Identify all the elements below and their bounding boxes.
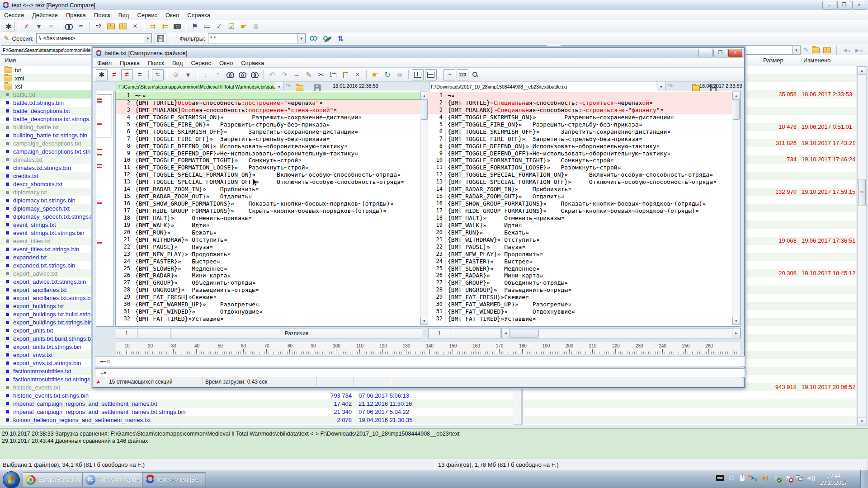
file-row[interactable]: imperial_campaign_regions_and_settlement…	[0, 399, 520, 408]
taskbar-button[interactable]: text <--> text [Be...	[142, 472, 206, 487]
copy-icon[interactable]	[328, 70, 339, 80]
line-numbers-icon[interactable]: 123	[457, 69, 468, 80]
show-differences-icon[interactable]: ≠	[21, 21, 32, 32]
text-line[interactable]: 32 {BMT_FAT_TIRED}»Уставшие¤	[428, 315, 741, 323]
scroll-thumb[interactable]	[858, 179, 866, 206]
back-arrow-icon[interactable]: ◄▾	[842, 47, 850, 54]
right-pane-scrollbar[interactable]: ▲ ▼	[732, 91, 741, 325]
text-line[interactable]: 30 {BMT_FAT_WARMED_UP}» Разогретые¤	[116, 301, 429, 308]
text-line[interactable]: 5 {BMT_TOGGLE_FIRE_ON}» Разрешить~стрель…	[428, 121, 741, 128]
menu-item[interactable]: Окно	[161, 10, 183, 20]
scroll-up-icon[interactable]: ▲	[732, 92, 740, 100]
text-line[interactable]: 8 {BMT_TOGGLE_DEFEND_ON}» Использовать~о…	[116, 143, 429, 150]
right-path-dropdown-icon[interactable]: ▾	[792, 45, 801, 55]
scroll-up-icon[interactable]: ▲	[858, 66, 866, 75]
delete-icon[interactable]: ×	[352, 70, 363, 80]
overview-viewport-box[interactable]	[97, 94, 112, 137]
menu-item[interactable]: Справка	[183, 10, 214, 20]
text-line[interactable]: 18 {BMT_HALT}» Отменить~приказы¤	[428, 215, 741, 222]
text-line[interactable]: 19 {BMT_WALK}» Идти¤	[428, 222, 741, 229]
maximize-button[interactable]: ❒	[837, 1, 851, 9]
quick-compare-icon[interactable]: ≈	[75, 21, 86, 32]
text-line[interactable]: 2 {BMT_TURTLE}Особая~способность:построе…	[116, 99, 429, 107]
volume-tray-icon[interactable]: ◄))	[807, 474, 815, 482]
session-rules-icon[interactable]: ⚑	[189, 21, 200, 32]
mini-pane-right-line[interactable]: ¬¤	[95, 368, 745, 378]
text-line[interactable]: 19 {BMT_WALK}» Идти¤	[116, 222, 429, 229]
text-line[interactable]: 31 {BMT_FAT_WINDED}» Отдохнувшие¤	[428, 308, 741, 315]
close-button[interactable]: ×	[728, 49, 742, 57]
text-line[interactable]: 16 {BMT_SHOW_GROUP_FORMATIONS}» Показать…	[116, 200, 429, 207]
show-diffs-only-icon[interactable]: ≠	[121, 69, 133, 80]
file-row[interactable]: koinon_hellenon_regions_and_settlement_n…	[0, 416, 520, 424]
ignore-unimportant-icon[interactable]: ≈	[152, 69, 164, 80]
taskbar-clock[interactable]: 20:44 29.10.2017	[816, 472, 851, 487]
diff-overview-strip[interactable]	[96, 91, 114, 327]
show-differences-icon[interactable]: ≠	[109, 70, 120, 80]
viewer-right-path[interactable]: F:\Downloads\2017_10_28\imp1508444908__e…	[429, 82, 660, 91]
text-line[interactable]: 28 {BMT_UNGROUP}» Разъединить~отряды¤	[428, 286, 741, 294]
security-shield-tray-icon[interactable]: ⬡	[727, 474, 736, 482]
text-line[interactable]: 22 {BMT_PAUSE}» Пауза¤	[116, 244, 429, 251]
text-line[interactable]: 24 {BMT_FASTER}» Быстрее¤	[116, 258, 429, 265]
text-line[interactable]: 6 {BMT_TOGGLE_SKIRMISH_OFF}» Запретить~с…	[428, 128, 741, 136]
zoom-icon[interactable]	[470, 70, 481, 80]
text-line[interactable]: 1 ¬~¤	[116, 92, 429, 99]
check-icon[interactable]: ✓	[214, 21, 225, 32]
menu-item[interactable]: Вид	[114, 10, 133, 20]
menu-item[interactable]: Поиск	[90, 10, 114, 20]
menu-item[interactable]: Справка	[237, 58, 268, 68]
undo-icon[interactable]: ↶	[267, 70, 278, 80]
left-path-dropdown-icon[interactable]: ▾	[275, 82, 283, 91]
text-line[interactable]: 10 {BMT_TOGGLE_FORMATION_TIGHT}» Сомкнут…	[428, 157, 741, 164]
action-center-flag-tray-icon[interactable]: ⚑	[784, 474, 792, 482]
text-line[interactable]: 12 {BMT_TOGGLE_SPECIAL_FORMATION_ON}» Вк…	[428, 171, 741, 178]
text-line[interactable]: 23 {BMT_NEW_PLAY}» Продолжить¤	[116, 251, 429, 258]
recompare-icon[interactable]: ↻	[382, 70, 393, 80]
text-line[interactable]: 27 {BMT_GROUP}» Объединить~отряды¤	[116, 279, 429, 286]
parent-folder-icon[interactable]	[823, 47, 831, 53]
show-desktop-button[interactable]	[860, 470, 868, 488]
text-line[interactable]: 6 {BMT_TOGGLE_SKIRMISH_OFF}» Запретить~с…	[116, 128, 429, 136]
expand-folders-icon[interactable]	[105, 21, 116, 32]
column-header-size[interactable]: Размер	[763, 57, 783, 64]
right-list-scrollbar[interactable]: ▲ ▼	[857, 66, 867, 426]
text-line[interactable]: 9 {BMT_TOGGLE_DEFEND_OFF}»Не~использоват…	[428, 150, 741, 157]
go-arrow-icon[interactable]: ↷	[286, 82, 291, 89]
text-line[interactable]: 14 {BMT_RADAR_ZOOM_IN}» Приблизить¤	[428, 186, 741, 193]
collapse-folders-icon[interactable]	[118, 21, 128, 32]
find-previous-icon[interactable]	[249, 70, 260, 80]
previous-difference-icon[interactable]: ↑	[212, 70, 223, 80]
volume-mixer-tray-icon[interactable]: ◄)	[760, 474, 769, 482]
text-line[interactable]: 20 {BMT_RUN}» Бежать¤	[428, 229, 741, 236]
stop-icon[interactable]: ⊗	[394, 70, 405, 80]
main-title-bar[interactable]: text <--> text [Beyond Compare] – ❒ ×	[0, 0, 868, 10]
find-next-icon[interactable]	[237, 70, 248, 80]
text-line[interactable]: 30 {BMT_FAT_WARMED_UP}» Разогретые¤	[428, 301, 741, 308]
right-path-dropdown-icon[interactable]: ▾	[657, 82, 665, 91]
left-text-pane[interactable]: 1 ¬~¤ 2 {BMT_TURTLE}Особая~способность:п…	[115, 91, 429, 327]
text-line[interactable]: 13 {BMT_TOGGLE_SPECIAL_FORMATION_OFF}» О…	[116, 178, 429, 186]
redo-icon[interactable]: ↷	[279, 70, 290, 80]
text-line[interactable]: 23 {BMT_NEW_PLAY}» Продолжить¤	[428, 251, 741, 258]
file-row[interactable]: historic_events.txt.strings.bin 793 734 …	[0, 391, 520, 399]
menu-item[interactable]: Правка	[116, 58, 144, 68]
report-icon[interactable]: ≔	[202, 21, 212, 32]
text-line[interactable]: 9 {BMT_TOGGLE_DEFEND_OFF}»Не~использоват…	[116, 150, 429, 157]
menu-item[interactable]: Поиск	[144, 58, 168, 68]
session-dropdown-icon[interactable]: ▾	[144, 34, 151, 43]
column-header-modified[interactable]: Изменено	[803, 57, 830, 64]
network-status-tray-icon[interactable]	[796, 475, 803, 481]
text-line[interactable]: 3 {BMT_PHALANX}Особая~способность:постро…	[116, 107, 429, 114]
session-profile-icon[interactable]: ☺	[170, 70, 181, 80]
start-button[interactable]	[3, 471, 20, 488]
whitespace-icon[interactable]: ~	[443, 69, 455, 80]
text-line[interactable]: 1 ¬¤	[428, 92, 741, 99]
text-line[interactable]: 4 {BMT_TOGGLE_SKIRMISH_ON}» Разрешить~со…	[116, 114, 429, 121]
text-line[interactable]: 24 {BMT_FASTER}» Быстрее¤	[428, 258, 741, 265]
go-arrow-icon[interactable]: ↷	[803, 47, 808, 54]
menu-item[interactable]: Действия	[28, 10, 62, 20]
copy-to-right-icon[interactable]: →	[291, 70, 302, 80]
text-line[interactable]: 31 {BMT_FAT_WINDED}» Отдохнувшие¤	[116, 308, 429, 315]
show-all-icon[interactable]: ✱	[96, 69, 108, 80]
